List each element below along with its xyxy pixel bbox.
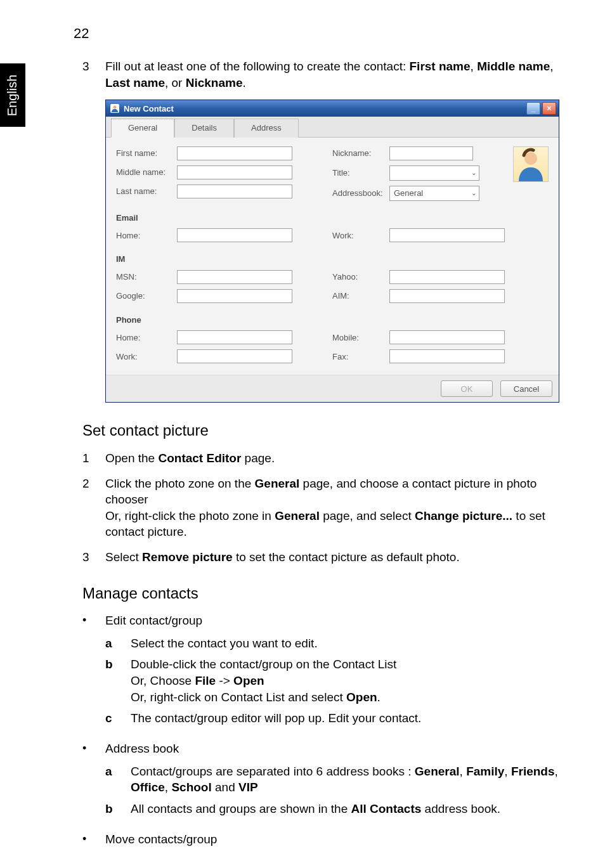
sub-c: c The contact/group editor will pop up. … [105,710,561,727]
chevron-down-icon: ⌄ [471,169,476,178]
addressbook-select[interactable]: General⌄ [389,186,479,201]
text: All contacts and groups are shown in the [131,802,351,815]
first-name-input[interactable] [177,146,292,160]
text: , [504,765,511,778]
chevron-down-icon: ⌄ [471,189,476,198]
text-bold: General [415,765,460,778]
sub-b: b Double-click the contact/group on the … [105,656,561,705]
aim-input[interactable] [389,289,505,303]
phone-home-input[interactable] [177,330,292,344]
sub-label: b [105,656,131,705]
text: Or, right-click the photo zone in [105,509,275,522]
contact-icon [110,103,120,113]
title-select[interactable]: ⌄ [389,165,479,181]
text-bold: Office [131,781,165,794]
step-3-text: Fill out at least one of the following t… [105,58,561,91]
sub-b: b All contacts and groups are shown in t… [105,801,561,817]
new-contact-dialog: New Contact _ × General Details Address … [105,100,559,403]
text: Click the photo zone on the [105,477,255,490]
close-icon: × [547,105,551,112]
text: -> [216,674,233,687]
ok-button[interactable]: OK [441,380,493,397]
bullet-icon: • [82,612,105,732]
google-input[interactable] [177,289,292,303]
text-bold: File [195,674,216,687]
tab-address[interactable]: Address [234,119,299,138]
text-bold: General [255,477,300,490]
text: and [212,781,238,794]
email-home-input[interactable] [177,228,292,242]
bullet-addressbook: • Address book a Contact/groups are sepa… [82,741,561,822]
sub-text: The contact/group editor will pop up. Ed… [131,710,421,727]
phone-home-label: Home: [116,332,177,344]
tab-details[interactable]: Details [174,119,234,138]
phone-work-input[interactable] [177,349,292,363]
text: Select [105,550,142,564]
sub-label: a [105,763,131,796]
last-name-label: Last name: [116,186,177,197]
text-bold: Last name [105,76,165,89]
last-name-input[interactable] [177,185,292,198]
step-3: 3 Fill out at least one of the following… [82,58,561,91]
cancel-button[interactable]: Cancel [500,380,552,397]
middle-name-input[interactable] [177,165,292,179]
text-bold: Middle name [477,60,550,73]
text-bold: School [171,781,211,794]
text: Or, Choose [131,674,195,687]
sub-text: Select the contact you want to edit. [131,635,318,652]
bullet-label: Move contacts/group [105,831,217,848]
text-bold: All Contacts [351,802,421,815]
tab-general[interactable]: General [111,119,174,138]
mobile-label: Mobile: [332,332,389,344]
text-bold: VIP [238,781,258,794]
text: , [460,765,467,778]
mobile-input[interactable] [389,330,505,344]
text-bold: Change picture... [415,509,512,522]
bullet-label: Edit contact/group [105,612,561,629]
middle-name-label: Middle name: [116,167,177,178]
text: . [243,76,246,89]
fax-input[interactable] [389,349,505,363]
dialog-titlebar: New Contact _ × [106,100,559,117]
text: , [555,765,558,778]
bullet-body: Edit contact/group a Select the contact … [105,612,561,732]
text: address book. [421,802,500,815]
bullet-edit: • Edit contact/group a Select the contac… [82,612,561,732]
text: Contact/groups are separated into 6 addr… [131,765,415,778]
minimize-button[interactable]: _ [526,102,540,115]
step-number: 2 [82,476,105,541]
text-bold: General [275,509,320,522]
phone-header: Phone [116,314,549,326]
google-label: Google: [116,290,177,302]
dialog-body: First name: Middle name: Last name: Nick… [106,138,559,375]
email-work-input[interactable] [389,228,505,242]
fax-label: Fax: [332,351,389,363]
dialog-footer: OK Cancel [106,375,559,402]
close-button[interactable]: × [542,102,556,115]
sub-label: a [105,635,131,652]
yahoo-input[interactable] [389,270,505,284]
text-bold: Open [346,690,377,704]
step-3-number: 3 [82,58,105,91]
step-text: Open the Contact Editor page. [105,450,275,467]
email-header: Email [116,212,549,224]
set-picture-step-2: 2 Click the photo zone on the General pa… [82,476,561,541]
text: , or [165,76,186,89]
msn-input[interactable] [177,270,292,284]
addressbook-value: General [394,188,423,199]
email-home-label: Home: [116,230,177,242]
contact-photo[interactable] [513,146,549,182]
yahoo-label: Yahoo: [332,271,389,283]
phone-work-label: Work: [116,351,177,363]
text: to set the contact picture as default ph… [233,550,460,564]
text: , [165,781,172,794]
title-label: Title: [332,167,389,179]
bullet-icon: • [82,831,105,848]
text-bold: Contact Editor [158,451,241,465]
nickname-input[interactable] [389,146,473,160]
text-bold: Friends [511,765,555,778]
step-number: 1 [82,450,105,467]
addressbook-label: Addressbook: [332,188,389,199]
text: , [550,60,553,73]
text: page, and select [320,509,415,522]
